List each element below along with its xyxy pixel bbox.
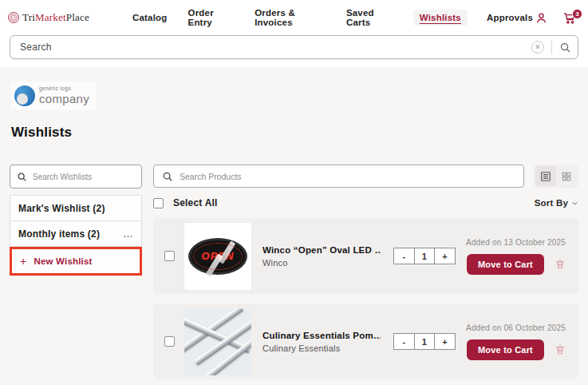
nav-item-approvals[interactable]: Approvals	[485, 10, 535, 26]
quantity-stepper: - 1 +	[393, 333, 456, 350]
quantity-increase-button[interactable]: +	[435, 333, 456, 350]
quantity-decrease-button[interactable]: -	[393, 333, 414, 350]
wishlist-product-card: Culinary Essentials Pom… Culinary Essent…	[153, 304, 578, 379]
move-to-cart-button[interactable]: Move to Cart	[467, 339, 544, 360]
quantity-value[interactable]: 1	[414, 333, 435, 350]
quantity-increase-button[interactable]: +	[435, 248, 456, 264]
page-content: generic logo company Wishlists Mark's Wi…	[0, 67, 588, 385]
new-wishlist-label: New Wishlist	[34, 256, 92, 266]
search-icon	[17, 172, 27, 182]
view-toggle	[534, 165, 578, 188]
global-search-box[interactable]: ✕	[10, 35, 578, 59]
company-logo: generic logo company	[11, 81, 96, 110]
logo-text: TriMarketPlace	[22, 11, 89, 24]
nav-item-orders-invoices[interactable]: Orders & Invoices	[253, 5, 327, 30]
wishlist-list: Mark's Wishlist (2) Monthly items (2) ..…	[10, 195, 142, 247]
search-divider	[551, 40, 552, 54]
main-nav: Catalog Order Entry Orders & Invoices Sa…	[131, 5, 535, 30]
page-title: Wishlists	[11, 125, 578, 141]
added-date: Added on 13 October 2025	[466, 238, 566, 247]
select-all-label: Select All	[173, 197, 218, 208]
user-account-icon[interactable]	[535, 11, 548, 25]
grid-view-button[interactable]	[556, 166, 577, 186]
product-brand: Winco	[262, 258, 381, 268]
product-title[interactable]: Winco “Open” Oval LED …	[262, 244, 381, 256]
delete-icon[interactable]	[554, 343, 566, 355]
company-logo-icon	[14, 85, 35, 106]
added-date: Added on 06 October 2025	[466, 323, 566, 332]
company-logo-name: company	[39, 92, 89, 105]
wishlist-item-label: Monthly items (2)	[18, 228, 100, 240]
nav-item-order-entry[interactable]: Order Entry	[187, 5, 236, 30]
product-search-box[interactable]	[153, 165, 524, 188]
cart-badge: 3	[572, 9, 582, 19]
grid-view-icon	[561, 171, 572, 182]
product-brand: Culinary Essentials	[262, 343, 381, 353]
product-title[interactable]: Culinary Essentials Pom…	[262, 330, 381, 341]
wishlist-item-monthly[interactable]: Monthly items (2) ...	[10, 221, 141, 247]
product-checkbox[interactable]	[164, 336, 175, 347]
select-all-checkbox[interactable]	[153, 198, 164, 208]
wishlists-sidebar: Mark's Wishlist (2) Monthly items (2) ..…	[10, 165, 142, 379]
move-to-cart-button[interactable]: Move to Cart	[467, 254, 544, 275]
nav-item-saved-carts[interactable]: Saved Carts	[345, 5, 396, 30]
more-options-icon[interactable]: ...	[124, 229, 133, 239]
plus-icon: +	[20, 255, 26, 268]
wishlist-item-marks[interactable]: Mark's Wishlist (2)	[10, 196, 141, 221]
wishlist-item-label: Mark's Wishlist (2)	[18, 203, 105, 214]
product-image	[184, 308, 251, 375]
sort-by-dropdown[interactable]: Sort By	[535, 198, 578, 208]
nav-item-catalog[interactable]: Catalog	[131, 10, 169, 26]
global-search-row: ✕	[0, 32, 588, 67]
list-view-icon	[540, 171, 551, 182]
list-view-button[interactable]	[535, 166, 556, 186]
quantity-stepper: - 1 +	[393, 248, 456, 264]
led-sign-text: OPEN	[202, 250, 235, 262]
product-search-input[interactable]	[180, 172, 515, 181]
search-icon[interactable]	[559, 42, 571, 54]
new-wishlist-button[interactable]: + New Wishlist	[10, 247, 142, 276]
nav-item-wishlists[interactable]: Wishlists	[413, 10, 468, 26]
wishlist-products-panel: Select All Sort By OPEN Winco “Open” Ova…	[153, 165, 578, 379]
trimarketplace-logo[interactable]: TriMarketPlace	[8, 11, 89, 24]
top-navigation-bar: TriMarketPlace Catalog Order Entry Order…	[0, 0, 588, 32]
global-search-input[interactable]	[20, 42, 531, 53]
product-checkbox[interactable]	[164, 251, 175, 261]
quantity-decrease-button[interactable]: -	[393, 248, 414, 264]
wishlist-search-input[interactable]	[33, 173, 135, 181]
wishlist-search-box[interactable]	[10, 165, 142, 189]
product-image: OPEN	[184, 223, 251, 290]
search-icon	[162, 171, 173, 182]
clear-search-icon[interactable]: ✕	[531, 41, 544, 54]
chevron-down-icon	[571, 200, 578, 207]
trimarketplace-logo-icon	[8, 12, 19, 23]
delete-icon[interactable]	[554, 258, 566, 270]
quantity-value[interactable]: 1	[414, 248, 435, 264]
cart-icon[interactable]: 3	[562, 11, 577, 25]
sort-by-label: Sort By	[535, 198, 568, 208]
wishlist-product-card: OPEN Winco “Open” Oval LED … Winco - 1 +…	[153, 218, 578, 294]
